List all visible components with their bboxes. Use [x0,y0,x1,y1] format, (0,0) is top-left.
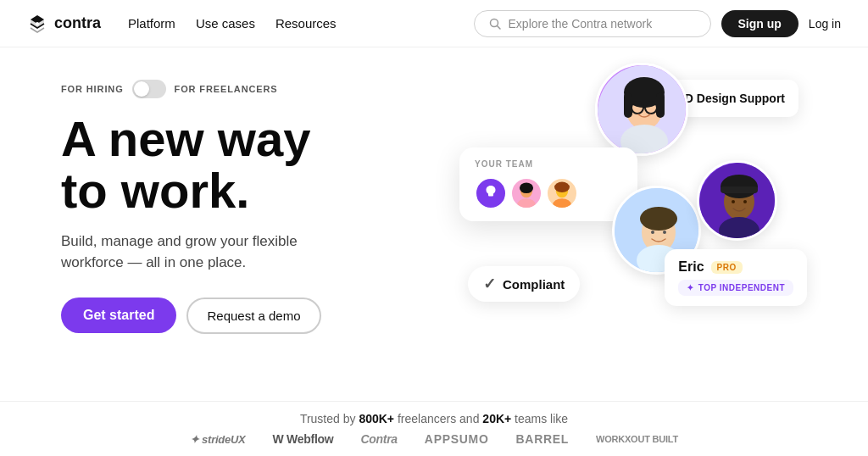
eric-face-svg [699,163,777,241]
trusted-teams: 20K+ [482,412,511,425]
for-freelancers-label: FOR FREELANCERS [175,84,278,94]
brand-barrel: BARREL [516,432,570,446]
hero-right: 3D Design Support [417,71,807,456]
trusted-pre: Trusted by [300,412,359,425]
svg-point-20 [640,207,677,231]
trusted-freelancers: 800K+ [359,412,394,425]
nav-use-cases[interactable]: Use cases [196,16,255,31]
avatar-eric [697,160,777,241]
hero-title-line1: A new way [61,111,310,166]
trusted-mid: freelancers and [394,412,482,425]
logo[interactable]: contra [27,14,101,34]
eric-name-row: Eric PRO [678,259,793,275]
eric-name: Eric [678,259,704,275]
logo-text: contra [54,14,101,32]
team-card: YOUR TEAM [459,147,637,221]
avatar-c [475,177,507,209]
avatar-pink [510,177,542,209]
brand-contra: Contra [360,432,397,446]
navbar: contra Platform Use cases Resources Expl… [0,0,868,47]
woman-face-svg [598,65,688,156]
pro-badge: PRO [711,261,743,274]
float-area: 3D Design Support [417,63,807,385]
brand-logos: ✦ strideUX W Webflow Contra APPSUMO BARR… [27,432,841,446]
brand-webflow: W Webflow [273,432,334,446]
hero-left: FOR HIRING FOR FREELANCERS A new way to … [61,71,417,456]
svg-rect-27 [721,186,758,193]
for-hiring-label: FOR HIRING [61,84,124,94]
svg-point-23 [663,231,666,234]
nav-left: contra Platform Use cases Resources [27,14,337,34]
diamond-icon: ✦ [687,283,694,292]
eric-card: Eric PRO ✦ TOP INDEPENDENT [665,249,807,306]
search-bar[interactable]: Explore the Contra network [474,10,711,37]
hero-title: A new way to work. [61,114,417,217]
trusted-post: teams like [511,412,568,425]
svg-line-2 [497,25,500,29]
trusted-text: Trusted by 800K+ freelancers and 20K+ te… [27,412,841,425]
compliant-label: Compliant [503,277,565,292]
team-card-label: YOUR TEAM [475,159,622,169]
svg-point-29 [732,200,735,203]
search-icon [488,17,502,31]
request-demo-button[interactable]: Request a demo [186,298,320,334]
svg-point-17 [554,182,570,193]
svg-rect-6 [624,92,632,118]
top-independent-badge: ✦ TOP INDEPENDENT [678,280,793,296]
search-placeholder: Explore the Contra network [509,17,653,31]
svg-point-30 [743,200,747,203]
avatar-orange [546,177,578,209]
team-avatars [475,177,622,209]
svg-point-16 [553,198,570,209]
nav-links: Platform Use cases Resources [128,16,337,31]
cta-row: Get started Request a demo [61,298,417,334]
toggle-row: FOR HIRING FOR FREELANCERS [61,80,417,98]
trusted-bar: Trusted by 800K+ freelancers and 20K+ te… [0,401,868,456]
mode-toggle[interactable] [132,80,166,98]
svg-point-13 [517,198,535,209]
nav-resources[interactable]: Resources [275,16,337,31]
top-badge-label: TOP INDEPENDENT [698,283,785,292]
check-icon: ✓ [483,275,496,293]
brand-workxout: WORKXOUT BUILT [596,434,678,444]
svg-point-14 [520,182,533,193]
compliant-badge: ✓ Compliant [468,266,580,302]
get-started-button[interactable]: Get started [61,298,176,333]
svg-point-0 [36,22,39,25]
nav-platform[interactable]: Platform [128,16,175,31]
brand-appsumo: APPSUMO [425,432,489,446]
svg-rect-7 [656,92,665,118]
hero-subtitle: Build, manage and grow your flexible wor… [61,231,349,274]
design-badge-label: 3D Design Support [678,92,785,105]
toggle-knob [134,81,149,97]
svg-point-22 [651,231,654,234]
login-link[interactable]: Log in [809,17,841,31]
hero-title-line2: to work. [61,163,249,218]
brand-stride: ✦ strideUX [190,433,245,446]
main-content: FOR HIRING FOR FREELANCERS A new way to … [0,47,868,456]
logo-icon [27,14,47,34]
signup-button[interactable]: Sign up [721,10,798,37]
nav-right: Explore the Contra network Sign up Log i… [474,10,841,37]
avatar-woman [595,63,688,156]
